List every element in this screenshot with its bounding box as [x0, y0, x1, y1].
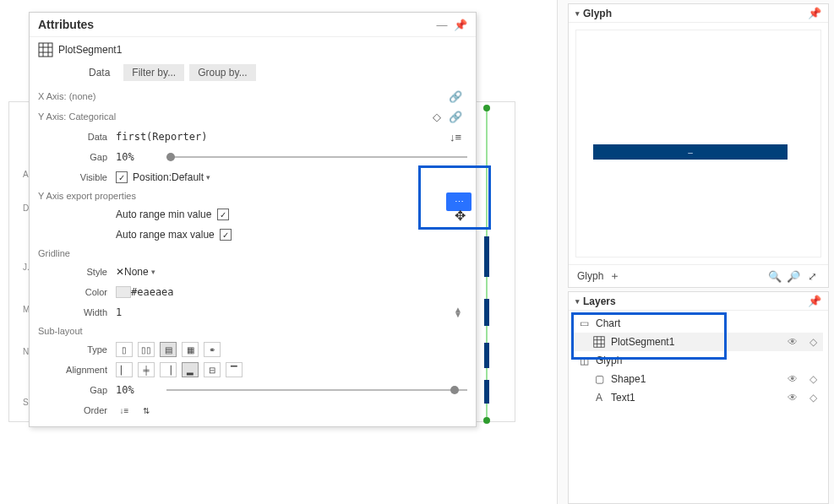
yaxis-section: Y Axis: Categorical — [38, 111, 116, 122]
yaxis-data-value[interactable]: first(Reporter) — [116, 131, 449, 143]
subgap-value[interactable]: 10% — [116, 384, 166, 396]
gap-label: Gap — [38, 152, 116, 162]
chart-icon: ▭ — [577, 317, 591, 330]
glyph-canvas[interactable]: – — [575, 30, 821, 257]
sublayout-section: Sub-layout — [30, 322, 476, 339]
zoom-out-icon[interactable]: 🔎 — [786, 268, 801, 284]
color-swatch[interactable] — [116, 286, 131, 298]
subgap-slider[interactable] — [166, 389, 467, 391]
shape-icon: ▢ — [592, 372, 606, 386]
erase-icon[interactable]: ◇ — [430, 110, 444, 123]
align-left-icon[interactable]: ▏ — [116, 362, 133, 377]
width-label: Width — [38, 307, 116, 317]
minimize-icon[interactable]: — — [435, 18, 449, 31]
erase-icon[interactable]: ◇ — [806, 392, 820, 404]
tab-group[interactable]: Group by... — [189, 64, 255, 81]
pin-icon[interactable]: 📌 — [808, 295, 821, 307]
position-label: Position: — [133, 171, 172, 183]
tab-filter[interactable]: Filter by... — [123, 64, 184, 81]
width-value[interactable]: 1 — [116, 306, 454, 318]
color-value[interactable]: #eaeaea — [131, 286, 174, 298]
fit-icon[interactable]: ⤢ — [804, 268, 820, 284]
auto-max-checkbox[interactable] — [220, 229, 232, 241]
alignment-label: Alignment — [38, 365, 116, 375]
align-center-icon[interactable]: ╪ — [138, 362, 155, 377]
guide-handle[interactable] — [483, 105, 490, 111]
layer-shape[interactable]: ▢ Shape1 👁 ◇ — [574, 370, 823, 388]
bar-segment[interactable] — [484, 236, 489, 277]
order-reverse-icon[interactable]: ⇅ — [138, 403, 155, 418]
order-label: Order — [38, 405, 116, 415]
clear-icon[interactable]: ✕ — [116, 266, 124, 278]
bind-icon[interactable]: 🔗 — [449, 110, 462, 123]
bar-segment[interactable] — [484, 380, 489, 404]
erase-icon[interactable]: ◇ — [806, 373, 820, 385]
auto-max-label: Auto range max value — [116, 229, 215, 241]
layers-panel: ▾ Layers 📌 ▭ Chart PlotSegment1 👁 ◇ ◫ Gl… — [568, 291, 829, 504]
svg-rect-5 — [594, 337, 604, 347]
gap-slider[interactable] — [166, 156, 467, 158]
zoom-in-icon[interactable]: 🔍 — [767, 268, 782, 284]
tab-data[interactable]: Data — [80, 64, 118, 81]
plotsegment-icon — [38, 42, 53, 57]
export-section: Y Axis export properties — [30, 187, 476, 204]
chevron-down-icon[interactable]: ▾ — [575, 9, 580, 18]
glyph-icon: ◫ — [577, 354, 591, 367]
color-label: Color — [38, 287, 116, 297]
layer-plotsegment[interactable]: PlotSegment1 👁 ◇ — [574, 333, 823, 351]
style-dropdown[interactable]: None▾ — [124, 266, 155, 278]
bar-segment[interactable] — [484, 299, 489, 326]
pin-icon[interactable]: 📌 — [454, 18, 467, 31]
align-bottom-icon[interactable]: ▂ — [182, 362, 199, 377]
chevron-down-icon[interactable]: ▾ — [575, 297, 580, 306]
glyph-bar-mark[interactable]: – — [593, 144, 788, 160]
type-label: Type — [38, 344, 116, 355]
align-top-icon[interactable]: ▔ — [226, 362, 243, 377]
align-middle-icon[interactable]: ⊟ — [204, 362, 221, 377]
attributes-title: Attributes — [38, 18, 430, 31]
visible-checkbox[interactable] — [116, 171, 128, 183]
xaxis-section: X Axis: (none) — [38, 91, 95, 101]
order-sort-icon[interactable]: ↓≡ — [116, 403, 133, 418]
auto-min-label: Auto range min value — [116, 209, 211, 220]
type-dodge-icon[interactable]: ▯▯ — [138, 342, 155, 357]
layers-panel-title: Layers — [583, 295, 616, 307]
yaxis-data-label: Data — [38, 132, 116, 142]
attributes-panel: Attributes — 📌 PlotSegment1 Data Filter … — [29, 12, 477, 427]
subgap-label: Gap — [38, 385, 116, 395]
align-right-icon[interactable]: ▕ — [160, 362, 177, 377]
type-grid-icon[interactable]: ▦ — [182, 342, 199, 357]
style-label: Style — [38, 267, 116, 277]
type-overlap-icon[interactable]: ▤ — [160, 342, 177, 357]
width-stepper[interactable]: ▲▼ — [454, 307, 467, 317]
layer-glyph[interactable]: ◫ Glyph — [574, 351, 823, 370]
sort-icon[interactable]: ↓≡ — [449, 130, 462, 144]
visible-label: Visible — [38, 172, 116, 182]
visibility-icon[interactable]: 👁 — [786, 373, 799, 385]
bar-segment[interactable] — [484, 343, 489, 368]
position-dropdown[interactable]: Default▾ — [172, 171, 210, 183]
glyph-panel-title: Glyph — [583, 8, 612, 19]
guide-handle[interactable] — [483, 417, 490, 424]
drag-indicator: ⋯ — [446, 192, 472, 211]
gap-value[interactable]: 10% — [116, 151, 166, 163]
layer-text[interactable]: A Text1 👁 ◇ — [574, 388, 823, 407]
object-name: PlotSegment1 — [58, 44, 122, 56]
svg-rect-0 — [39, 43, 52, 57]
text-icon: A — [592, 391, 606, 404]
auto-min-checkbox[interactable] — [217, 209, 229, 220]
gridline-section: Gridline — [30, 245, 476, 262]
glyph-footer-label: Glyph — [577, 270, 603, 282]
plotsegment-icon — [592, 335, 606, 349]
pin-icon[interactable]: 📌 — [808, 7, 821, 19]
bind-icon[interactable]: 🔗 — [449, 89, 462, 103]
erase-icon[interactable]: ◇ — [806, 336, 820, 348]
glyph-panel: ▾ Glyph 📌 – Glyph ＋ 🔍 🔎 ⤢ — [568, 3, 829, 288]
type-stack-icon[interactable]: ▯ — [116, 342, 133, 357]
visibility-icon[interactable]: 👁 — [786, 336, 799, 348]
layer-chart[interactable]: ▭ Chart — [574, 314, 823, 333]
visibility-icon[interactable]: 👁 — [786, 392, 799, 404]
type-packing-icon[interactable]: ⚭ — [204, 342, 221, 357]
add-glyph-button[interactable]: ＋ — [607, 268, 622, 284]
